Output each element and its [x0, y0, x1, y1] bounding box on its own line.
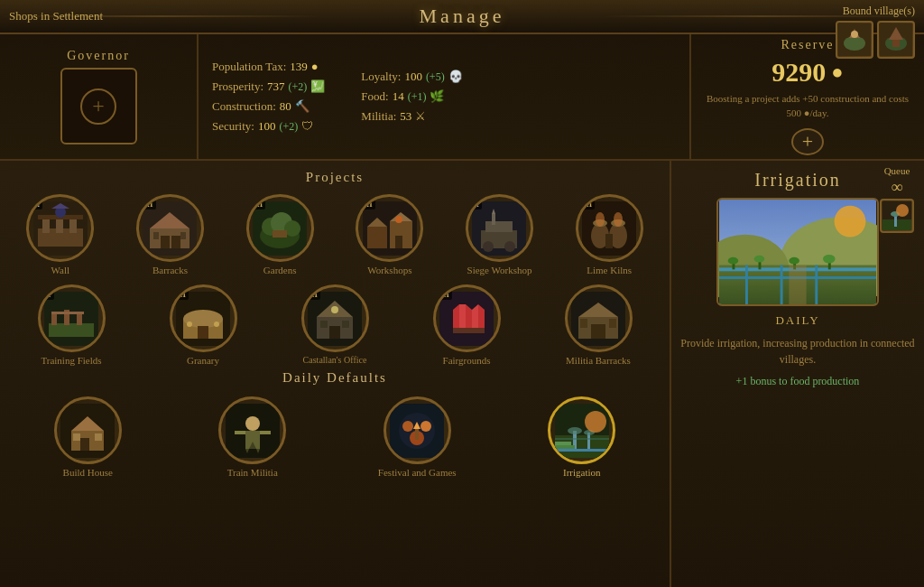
- svg-point-132: [754, 256, 765, 263]
- svg-point-99: [402, 421, 413, 432]
- svg-rect-103: [415, 429, 419, 440]
- security-stat: Security: 100 (+2) 🛡: [212, 119, 325, 134]
- reserve-label: Reserve: [781, 38, 834, 52]
- svg-rect-108: [555, 449, 609, 452]
- militia-barracks-label: Militia Barracks: [566, 355, 631, 366]
- bound-villages-section: Bound village(s): [836, 5, 915, 59]
- daily-build-house[interactable]: Build House: [9, 396, 167, 478]
- svg-rect-53: [51, 314, 57, 325]
- svg-point-136: [823, 255, 836, 264]
- village-portrait-2[interactable]: [877, 21, 915, 59]
- barracks-label: Barracks: [152, 265, 188, 275]
- prosperity-stat: Prosperity: 737 (+2) 💹: [212, 79, 325, 94]
- svg-rect-113: [555, 442, 571, 445]
- svg-rect-41: [492, 214, 495, 225]
- projects-panel: Projects II: [0, 161, 671, 587]
- svg-rect-126: [745, 266, 748, 305]
- train-militia-label: Train Militia: [227, 467, 278, 478]
- svg-rect-11: [56, 219, 63, 233]
- project-granary[interactable]: III Granary: [141, 284, 265, 366]
- svg-rect-20: [171, 236, 180, 248]
- svg-rect-114: [555, 445, 575, 449]
- militia-stat: Militia: 53 ⚔: [361, 109, 462, 124]
- svg-rect-10: [42, 219, 50, 233]
- governor-portrait[interactable]: +: [60, 68, 137, 144]
- training-fields-label: Training Fields: [41, 355, 101, 366]
- project-castallans-office[interactable]: III Castallan's Office: [273, 284, 397, 366]
- lime-kilns-label: Lime Kilns: [587, 265, 632, 275]
- svg-point-90: [245, 416, 260, 431]
- project-lime-kilns[interactable]: III Lime: [558, 194, 661, 275]
- queue-section: Queue ∞: [874, 165, 919, 233]
- daily-train-militia[interactable]: Train Militia: [174, 396, 332, 478]
- project-militia-barracks[interactable]: Militia Barracks: [536, 284, 661, 366]
- svg-rect-28: [273, 230, 287, 238]
- daily-festival-games[interactable]: Festival and Games: [338, 396, 496, 478]
- project-fairgrounds[interactable]: III Fairgrounds: [404, 284, 529, 366]
- svg-rect-86: [80, 438, 89, 451]
- detail-title: Irrigation: [754, 170, 841, 191]
- svg-point-49: [596, 212, 605, 227]
- svg-rect-138: [789, 266, 806, 305]
- svg-point-38: [483, 241, 494, 252]
- svg-rect-56: [51, 312, 84, 314]
- project-wall[interactable]: II Wall: [9, 194, 112, 275]
- svg-rect-128: [815, 266, 818, 305]
- project-siege-workshop[interactable]: II Siege Workshop: [448, 194, 551, 275]
- svg-rect-82: [609, 319, 616, 328]
- svg-point-137: [835, 206, 866, 238]
- projects-title: Projects: [5, 165, 665, 190]
- daily-irrigation[interactable]: Irrigation: [504, 396, 661, 478]
- boost-button[interactable]: +: [791, 128, 824, 155]
- svg-rect-107: [587, 433, 590, 451]
- svg-point-69: [331, 306, 338, 313]
- queue-portrait[interactable]: [880, 199, 914, 233]
- svg-point-39: [504, 241, 515, 252]
- construction-stat: Construction: 80 🔨: [212, 99, 325, 114]
- svg-rect-34: [395, 236, 402, 248]
- svg-rect-81: [580, 319, 587, 328]
- project-training-fields[interactable]: II Training Fields: [9, 284, 134, 366]
- detail-panel: Queue ∞ Irrigation: [671, 161, 924, 587]
- svg-rect-93: [260, 431, 271, 434]
- add-governor-icon: +: [80, 89, 116, 125]
- detail-bonus: +1 bonus to food production: [736, 375, 860, 388]
- reserve-amount: 9290: [772, 57, 826, 88]
- svg-point-109: [568, 427, 582, 434]
- svg-rect-19: [161, 236, 170, 248]
- detail-description: Provide irrigation, increasing productio…: [680, 335, 915, 368]
- daily-defaults-grid: Build House: [5, 392, 665, 482]
- svg-point-130: [728, 257, 739, 265]
- svg-rect-40: [485, 221, 513, 232]
- daily-defaults-title: Daily Defaults: [5, 366, 665, 390]
- population-tax-stat: Population Tax: 139 ●: [212, 60, 325, 74]
- village-portrait-1[interactable]: [836, 21, 873, 59]
- svg-rect-92: [235, 431, 245, 434]
- svg-rect-80: [591, 324, 605, 339]
- svg-rect-87: [73, 433, 80, 441]
- svg-rect-22: [180, 232, 186, 239]
- project-gardens[interactable]: III Gardens: [228, 194, 331, 275]
- project-workshops[interactable]: III Workshops: [338, 194, 441, 275]
- title-bar: Manage: [0, 0, 924, 34]
- svg-point-35: [395, 216, 402, 223]
- project-barracks[interactable]: III Barracks: [119, 194, 222, 275]
- svg-rect-48: [605, 234, 613, 248]
- projects-grid-row2: II Training Fields: [5, 280, 665, 366]
- shops-label: Shops in Settlement: [9, 9, 103, 23]
- build-house-label: Build House: [63, 467, 113, 478]
- detail-image: [716, 198, 879, 306]
- festival-games-label: Festival and Games: [378, 467, 457, 478]
- svg-rect-88: [95, 433, 102, 441]
- svg-point-3: [851, 31, 858, 38]
- irrigation-label: Irrigation: [563, 467, 601, 478]
- svg-rect-12: [69, 219, 77, 233]
- siege-workshop-label: Siege Workshop: [467, 265, 532, 275]
- village-portraits: [836, 21, 915, 59]
- svg-point-50: [614, 212, 623, 227]
- svg-point-112: [585, 411, 606, 433]
- svg-rect-52: [49, 323, 94, 337]
- svg-point-1: [844, 36, 865, 51]
- granary-label: Granary: [187, 355, 219, 366]
- svg-rect-66: [329, 326, 340, 339]
